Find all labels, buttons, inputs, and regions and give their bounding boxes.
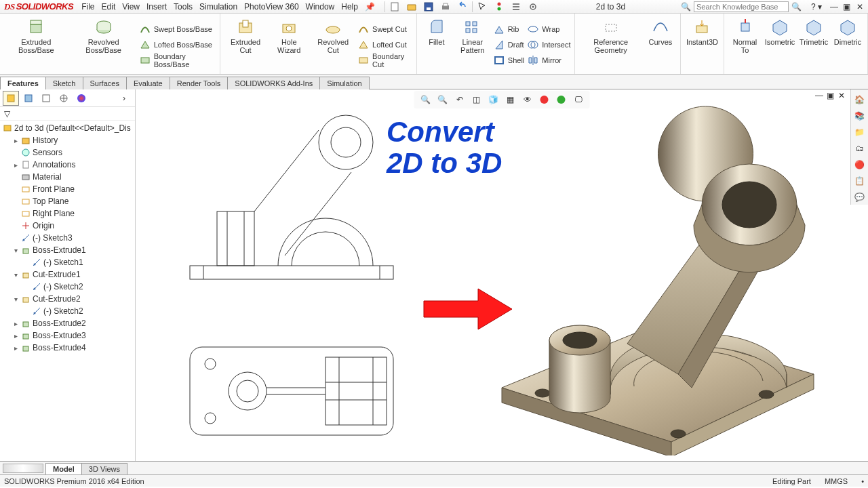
- undo-icon[interactable]: [455, 1, 470, 13]
- menu-file[interactable]: File: [81, 2, 94, 12]
- tree-tab-feature-icon[interactable]: [3, 91, 19, 106]
- doc-close-icon[interactable]: ✕: [838, 91, 848, 99]
- menu-tools[interactable]: Tools: [174, 2, 193, 12]
- reference-geometry-button[interactable]: Reference Geometry: [579, 16, 642, 73]
- boundary-cut-button[interactable]: Boundary Cut: [357, 54, 412, 67]
- swept-cut-button[interactable]: Swept Cut: [357, 22, 412, 36]
- status-units[interactable]: MMGS: [825, 477, 848, 485]
- custom-props-icon[interactable]: 📋: [852, 174, 867, 188]
- tree-item[interactable]: Sensors: [0, 146, 135, 159]
- options-icon[interactable]: [526, 1, 540, 13]
- tree-item[interactable]: (-) Sketch3: [0, 232, 135, 244]
- save-icon[interactable]: [421, 1, 436, 13]
- tree-item[interactable]: ▾Cut-Extrude2: [0, 293, 135, 305]
- menu-photoview[interactable]: PhotoView 360: [244, 2, 299, 12]
- boundary-boss-button[interactable]: Boundary Boss/Base: [139, 54, 216, 67]
- extruded-boss-button[interactable]: Extruded Boss/Base: [4, 16, 68, 73]
- rib-button[interactable]: Rib: [493, 22, 524, 36]
- print-icon[interactable]: [438, 1, 453, 13]
- dimetric-button[interactable]: Dimetric: [832, 16, 863, 73]
- tab-evaluate[interactable]: Evaluate: [126, 77, 170, 89]
- curves-button[interactable]: Curves: [645, 16, 676, 73]
- menu-view[interactable]: View: [122, 2, 140, 12]
- extruded-cut-button[interactable]: Extruded Cut: [224, 16, 267, 73]
- tree-root[interactable]: 2d to 3d (Default<<Default>_Dis: [0, 122, 135, 134]
- tree-item[interactable]: Top Plane: [0, 195, 135, 207]
- doc-minimize-icon[interactable]: —: [815, 91, 825, 99]
- fillet-button[interactable]: Fillet: [421, 16, 452, 73]
- menu-pin-icon[interactable]: 📌: [365, 2, 375, 12]
- traffic-light-icon[interactable]: [492, 1, 507, 13]
- tree-item[interactable]: ▾Boss-Extrude1: [0, 244, 135, 256]
- mirror-button[interactable]: Mirror: [527, 54, 570, 67]
- tree-tab-appearance-icon[interactable]: [73, 91, 90, 106]
- zoom-area-icon[interactable]: 🔍: [435, 93, 450, 106]
- hscroll[interactable]: [3, 464, 43, 473]
- tree-item[interactable]: ▸History: [0, 134, 135, 146]
- tab-simulation[interactable]: Simulation: [319, 77, 369, 89]
- list-icon[interactable]: [509, 1, 524, 13]
- bottom-tab-3dviews[interactable]: 3D Views: [81, 463, 127, 474]
- new-icon[interactable]: [387, 1, 402, 13]
- maximize-icon[interactable]: ▣: [842, 2, 852, 12]
- isometric-button[interactable]: Isometric: [764, 16, 795, 73]
- design-library-icon[interactable]: 📚: [852, 108, 867, 123]
- search-go-icon[interactable]: 🔍: [791, 2, 802, 12]
- forum-icon[interactable]: 💬: [852, 190, 867, 205]
- tree-tab-property-icon[interactable]: [20, 91, 37, 106]
- feature-tree[interactable]: 2d to 3d (Default<<Default>_Dis ▸History…: [0, 121, 135, 461]
- tree-item[interactable]: Right Plane: [0, 207, 135, 220]
- open-icon[interactable]: [404, 1, 419, 13]
- revolved-boss-button[interactable]: Revolved Boss/Base: [71, 16, 136, 73]
- hole-wizard-button[interactable]: Hole Wizard: [269, 16, 309, 73]
- search-help-icon[interactable]: 🔍: [681, 2, 691, 12]
- view-palette-icon[interactable]: 🗂: [852, 141, 867, 156]
- trimetric-button[interactable]: Trimetric: [798, 16, 829, 73]
- shell-button[interactable]: Shell: [493, 54, 524, 67]
- bottom-tab-model[interactable]: Model: [45, 463, 82, 474]
- wrap-button[interactable]: Wrap: [527, 22, 570, 36]
- draft-button[interactable]: Draft: [493, 38, 524, 52]
- menu-help[interactable]: Help: [341, 2, 358, 12]
- instant3d-button[interactable]: Instant3D: [685, 16, 719, 73]
- tab-rendertools[interactable]: Render Tools: [170, 77, 229, 89]
- revolved-cut-button[interactable]: Revolved Cut: [311, 16, 355, 73]
- graphics-area[interactable]: 🔍 🔍 ↶ ◫ 🧊 ▦ 👁 🖵 — ▣ ✕ Convert 2D to 3D: [136, 89, 868, 461]
- menu-edit[interactable]: Edit: [102, 2, 116, 12]
- help-icon[interactable]: ? ▾: [811, 2, 822, 12]
- tree-item[interactable]: ▸Annotations: [0, 159, 135, 171]
- tree-item[interactable]: ▸Boss-Extrude3: [0, 329, 135, 342]
- tree-item[interactable]: (-) Sketch2: [0, 305, 135, 317]
- file-explorer-icon[interactable]: 📁: [852, 125, 867, 140]
- minimize-icon[interactable]: —: [829, 2, 840, 12]
- menu-insert[interactable]: Insert: [146, 2, 167, 12]
- tree-item[interactable]: ▸Boss-Extrude4: [0, 342, 135, 354]
- tree-item[interactable]: Origin: [0, 220, 135, 232]
- menu-simulation[interactable]: Simulation: [199, 2, 237, 12]
- tree-tab-dim-icon[interactable]: [56, 91, 72, 106]
- tree-item[interactable]: (-) Sketch2: [0, 281, 135, 293]
- tree-item[interactable]: (-) Sketch1: [0, 256, 135, 268]
- zoom-fit-icon[interactable]: 🔍: [418, 93, 433, 106]
- tree-expand-icon[interactable]: ›: [116, 91, 132, 106]
- lofted-boss-button[interactable]: Lofted Boss/Base: [139, 38, 216, 52]
- intersect-button[interactable]: Intersect: [527, 38, 570, 52]
- menu-window[interactable]: Window: [306, 2, 335, 12]
- tree-item[interactable]: ▾Cut-Extrude1: [0, 268, 135, 281]
- tree-item[interactable]: Front Plane: [0, 183, 135, 195]
- tab-sketch[interactable]: Sketch: [45, 77, 83, 89]
- tree-item[interactable]: Material: [0, 171, 135, 183]
- search-input[interactable]: [694, 1, 789, 12]
- prev-view-icon[interactable]: ↶: [452, 93, 467, 106]
- doc-restore-icon[interactable]: ▣: [827, 91, 836, 99]
- appearances-icon[interactable]: 🔴: [852, 157, 867, 172]
- close-icon[interactable]: ✕: [854, 2, 865, 12]
- linear-pattern-button[interactable]: Linear Pattern: [455, 16, 490, 73]
- filter-icon[interactable]: ▽: [4, 109, 10, 119]
- tree-tab-config-icon[interactable]: [38, 91, 54, 106]
- status-more-icon[interactable]: •: [861, 477, 864, 485]
- swept-boss-button[interactable]: Swept Boss/Base: [139, 22, 216, 36]
- tree-item[interactable]: ▸Boss-Extrude2: [0, 317, 135, 329]
- home-icon[interactable]: 🏠: [852, 92, 867, 107]
- select-icon[interactable]: [475, 1, 490, 13]
